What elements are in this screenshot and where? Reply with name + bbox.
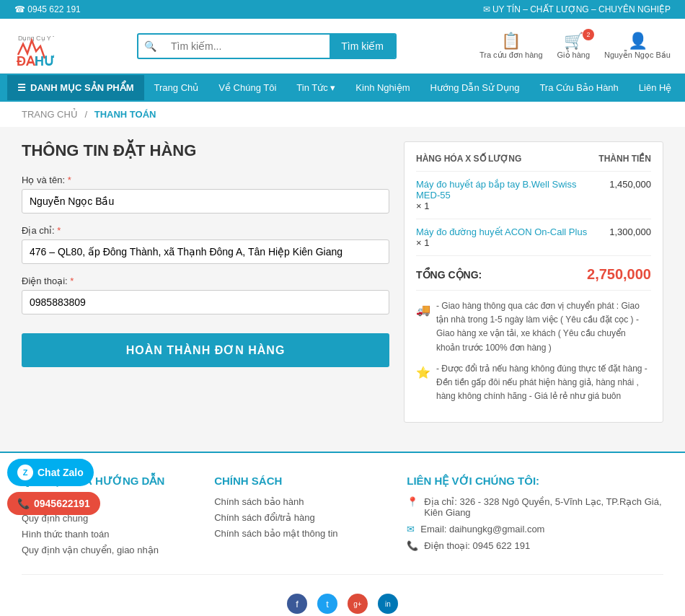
search-button[interactable]: Tìm kiếm [330,35,395,58]
social-icons: f t g+ in [22,594,663,614]
search-icon: 🔍 [138,40,162,52]
nav-news[interactable]: Tin Tức [286,74,345,102]
nav-exp[interactable]: Kinh Nghiệm [345,74,420,102]
footer-phone: Điện thoại: 0945 622 191 [424,540,530,551]
summary-item-1: Máy đo huyết áp bắp tay B.Well Swiss MED… [416,172,651,219]
facebook-btn[interactable]: f [287,594,307,614]
note-shipping: 🚚 - Giao hàng thông qua các đơn vị chuyể… [416,299,651,355]
cart-icon: 🛒 [564,32,583,50]
linkedin-btn[interactable]: in [378,594,398,614]
top-bar: ☎ 0945 622 191 ✉ UY TÍN – CHẤT LƯỢNG – C… [0,0,685,19]
email-icon: ✉ [407,524,415,534]
phone-required: * [70,276,74,286]
nav-about-link[interactable]: Về Chúng Tôi [208,74,286,102]
main-content: THÔNG TIN ĐẶT HÀNG Họ và tên: * Địa chỉ:… [0,127,685,437]
menu-toggle-label: DANH MỤC SẢN PHẨM [30,82,134,93]
footer-grid: Quy Định Và Hướng Dẫn Về chúng tôi Quy đ… [22,475,663,560]
address-required: * [57,225,61,236]
fullname-input[interactable] [22,189,389,214]
breadcrumb-current: THANH TOÁN [94,109,156,120]
phone-icon: 📞 [407,540,418,551]
footer-link-return-policy[interactable]: Chính sách đổi/trả hàng [214,511,385,523]
navbar: ☰ DANH MỤC SẢN PHẨM Trang Chủ Về Chúng T… [0,74,685,102]
summary-item-2: Máy đo đường huyết ACON On-Call Plus × 1… [416,219,651,256]
summary-total: TỔNG CỘNG: 2,750,000 [416,256,651,291]
footer-link-privacy-policy[interactable]: Chính sách bảo mật thông tin [214,527,385,539]
contact-address: 📍 Địa chỉ: 326 - 328 Ngô Quyền, 5-Vĩnh L… [407,496,663,518]
phone-input[interactable] [22,290,389,314]
track-order-icon: 📋 [501,32,521,50]
form-title: THÔNG TIN ĐẶT HÀNG [22,141,389,160]
footer-email: Email: daihungkg@gmail.com [420,524,544,534]
footer-address: Địa chỉ: 326 - 328 Ngô Quyền, 5-Vĩnh Lạc… [424,496,663,518]
nav-links: Trang Chủ Về Chúng Tôi Tin Tức Kinh Nghi… [144,74,682,102]
nav-warranty-link[interactable]: Tra Cứu Bảo Hành [529,74,628,102]
contact-phone: 📞 Điện thoại: 0945 622 191 [407,540,663,551]
order-summary: HÀNG HÓA X SỐ LƯỢNG THÀNH TIỀN Máy đo hu… [404,141,663,423]
fullname-label: Họ và tên: * [22,175,389,185]
order-form: THÔNG TIN ĐẶT HÀNG Họ và tên: * Địa chỉ:… [22,141,389,423]
phone-group: Điện thoại: * [22,276,389,314]
search-input[interactable] [162,35,330,58]
footer-col3-title: LIÊN HỆ VỚI CHÚNG TÔI: [407,475,663,488]
location-icon: 📍 [407,496,418,507]
breadcrumb-sep: / [85,109,88,120]
footer-col2-title: Chính Sách [214,475,385,487]
fullname-group: Họ và tên: * [22,175,389,214]
twitter-btn[interactable]: t [317,594,337,614]
item2-price: 1,300,000 [609,226,651,237]
cart-label: Giỏ hàng [557,50,591,60]
breadcrumb: TRANG CHỦ / THANH TOÁN [0,102,685,127]
nav-exp-link[interactable]: Kinh Nghiệm [345,74,420,102]
phone-label: Điện thoại: * [22,276,389,286]
zalo-icon: Z [17,465,33,480]
footer-col1: Quy Định Và Hướng Dẫn Về chúng tôi Quy đ… [22,475,193,560]
summary-col1: HÀNG HÓA X SỐ LƯỢNG [416,154,521,164]
footer-col3: LIÊN HỆ VỚI CHÚNG TÔI: 📍 Địa chỉ: 326 - … [407,475,663,560]
address-label: Địa chỉ: * [22,225,389,236]
nav-home-link[interactable]: Trang Chủ [144,74,209,102]
footer-link-shipping[interactable]: Quy định vận chuyển, giao nhận [22,544,193,555]
item1-name[interactable]: Máy đo huyết áp bắp tay B.Well Swiss MED… [416,179,609,211]
phone-call-btn[interactable]: 📞 0945622191 [7,492,100,515]
search-bar: 🔍 Tìm kiếm [137,33,397,59]
logo[interactable]: Dụng Cụ Y Tế ĐẠI HƯNG [14,26,54,66]
nav-guide-link[interactable]: Hướng Dẫn Sử Dụng [420,74,530,102]
item1-price: 1,450,000 [609,179,651,190]
address-group: Địa chỉ: * [22,225,389,264]
summary-notes: 🚚 - Giao hàng thông qua các đơn vị chuyể… [416,291,651,403]
note-return-text: - Được đổi trả nếu hàng không đúng thực … [436,362,651,404]
cart-badge: 2 [583,29,594,40]
svg-text:HƯNG: HƯNG [35,54,54,66]
complete-order-btn[interactable]: HOÀN THÀNH ĐƠN HÀNG [22,333,389,367]
nav-news-link[interactable]: Tin Tức [286,74,345,102]
footer-link-payment[interactable]: Hình thức thanh toán [22,528,193,540]
cart-btn[interactable]: 🛒 2 Giỏ hàng [557,32,591,60]
total-value: 2,750,000 [587,266,651,283]
zalo-chat-btn[interactable]: Z Chat Zalo [7,459,94,486]
total-label: TỔNG CỘNG: [416,269,482,281]
nav-about[interactable]: Về Chúng Tôi [208,74,286,102]
item2-name[interactable]: Máy đo đường huyết ACON On-Call Plus × 1 [416,226,609,248]
user-btn[interactable]: 👤 Nguyễn Ngọc Bầu [604,32,671,60]
menu-toggle-btn[interactable]: ☰ DANH MỤC SẢN PHẨM [7,75,144,100]
breadcrumb-home[interactable]: TRANG CHỦ [22,109,78,120]
google-plus-btn[interactable]: g+ [348,594,368,614]
header-icons: 📋 Tra cứu đơn hàng 🛒 2 Giỏ hàng 👤 Nguyễn… [480,32,671,60]
nav-guide[interactable]: Hướng Dẫn Sử Dụng [420,74,530,102]
fullname-required: * [68,175,71,185]
address-input[interactable] [22,239,389,264]
logo-icon: Dụng Cụ Y Tế ĐẠI HƯNG [14,26,54,66]
summary-header: HÀNG HÓA X SỐ LƯỢNG THÀNH TIỀN [416,154,651,172]
footer-col2: Chính Sách Chính sách bảo hành Chính sác… [214,475,385,560]
nav-warranty[interactable]: Tra Cứu Bảo Hành [529,74,628,102]
nav-contact-link[interactable]: Liên Hệ [629,74,682,102]
nav-home[interactable]: Trang Chủ [144,74,209,102]
contact-email: ✉ Email: daihungkg@gmail.com [407,524,663,534]
footer-link-warranty-policy[interactable]: Chính sách bảo hành [214,496,385,507]
track-order-btn[interactable]: 📋 Tra cứu đơn hàng [480,32,543,60]
hamburger-icon: ☰ [17,82,26,93]
phone-float-icon: 📞 [17,498,30,509]
top-phone[interactable]: ☎ 0945 622 191 [14,4,81,14]
nav-contact[interactable]: Liên Hệ [629,74,682,102]
